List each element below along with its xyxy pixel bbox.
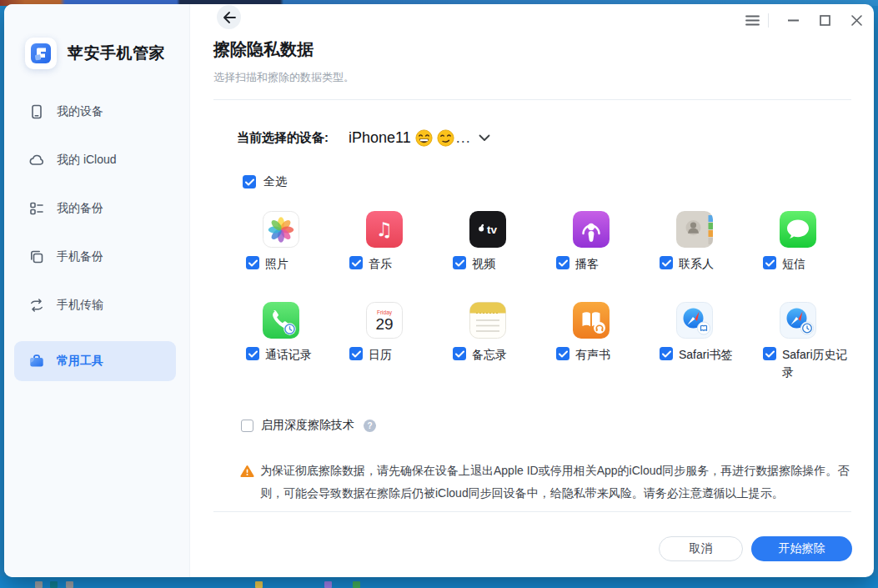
checkbox-safari-history[interactable] [763,347,776,360]
divider [213,99,851,100]
device-name-ellipsis: ... [456,129,471,147]
checkbox-audiobooks[interactable] [556,347,569,360]
checkbox-notes[interactable] [453,347,466,360]
sidebar: 苹安手机管家 我的设备我的 iCloud我的备份手机备份手机传输常用工具 [4,4,190,577]
data-type-label: 短信 [782,255,805,272]
data-type-label: Safari书签 [679,346,733,363]
data-type-safari-bookmarks: Safari书签 [654,302,757,380]
checkbox-podcasts[interactable] [556,256,569,269]
desktop-background-bottom [0,576,878,588]
device-row-label: 当前选择的设备: [237,130,329,146]
device-row: 当前选择的设备: iPhone11 ... [237,129,490,147]
app-window: 苹安手机管家 我的设备我的 iCloud我的备份手机备份手机传输常用工具 擦除隐… [4,4,874,577]
data-type-label: 通话记录 [265,346,312,363]
warning-row: 为保证彻底擦除数据，请先确保在设备上退出Apple ID或停用相关App的iCl… [240,460,850,505]
checkbox-videos[interactable] [453,256,466,269]
select-all-checkbox[interactable] [243,175,256,188]
cloud-icon [28,152,45,168]
svg-text:tv: tv [487,224,497,236]
safari-bookmarks-app-icon [676,302,713,339]
chevron-down-icon [479,134,490,142]
sidebar-item-common-tools[interactable]: 常用工具 [14,341,176,381]
grinning-face-emoji [415,129,433,147]
toolbox-icon [28,353,45,369]
photos-app-icon [263,211,299,248]
sidebar-item-my-backups[interactable]: 我的备份 [14,188,176,229]
apple-tv-app-icon: tv [469,211,506,248]
data-type-label: 播客 [575,255,599,272]
desktop-icon [35,581,43,588]
select-all-row: 全选 [243,174,287,189]
data-type-safari-history: Safari历史记录 [757,302,860,380]
app-brand: 苹安手机管家 [25,38,165,69]
data-type-label: Safari历史记录 [782,346,859,380]
data-type-videos: tv视频 [447,211,550,272]
contacts-app-icon [676,211,713,248]
app-logo-icon [25,38,57,69]
data-type-podcasts: 播客 [550,211,654,272]
data-type-label: 照片 [265,255,288,272]
checkbox-safari-bookmarks[interactable] [660,347,673,360]
divider [213,511,851,512]
page-title: 擦除隐私数据 [213,38,314,61]
data-type-grid: 照片♫音乐tv视频播客联系人短信通话记录Friday29日历备忘录有声书Safa… [240,211,860,380]
data-type-calendar: Friday29日历 [344,302,447,380]
svg-text:♫: ♫ [376,219,394,240]
audiobooks-app-icon [573,302,610,339]
data-type-label: 日历 [369,346,392,363]
desktop-icon [66,581,73,588]
warning-triangle-icon [240,465,254,478]
data-type-label: 联系人 [679,255,714,272]
checkbox-messages[interactable] [763,256,776,269]
phone-icon [28,103,45,120]
data-type-label: 视频 [472,255,495,272]
podcasts-app-icon [573,211,610,248]
desktop-icon [50,581,58,588]
start-erase-button[interactable]: 开始擦除 [751,536,852,561]
app-name: 苹安手机管家 [68,43,165,64]
music-app-icon: ♫ [366,211,403,248]
checkbox-contacts[interactable] [660,256,673,269]
checkbox-music[interactable] [349,256,363,269]
footer-buttons: 取消 开始擦除 [659,536,852,561]
main-content: 擦除隐私数据 选择扫描和擦除的数据类型。 当前选择的设备: iPhone11 [189,4,874,577]
data-type-label: 备忘录 [472,346,507,363]
backup-list-icon [28,200,45,217]
sidebar-item-my-icloud[interactable]: 我的 iCloud [14,140,176,180]
deep-erase-row: 启用深度擦除技术 ? [241,418,376,433]
safari-history-app-icon [780,302,816,339]
sidebar-item-phone-transfer[interactable]: 手机传输 [14,285,176,325]
device-selector[interactable]: iPhone11 ... [349,129,490,147]
copy-icon [28,249,45,265]
data-type-notes: 备忘录 [447,302,550,380]
notes-app-icon [469,302,506,339]
deep-erase-label: 启用深度擦除技术 [261,418,354,433]
data-type-label: 有声书 [575,346,610,363]
smirking-face-emoji [437,129,454,147]
checkbox-call-history[interactable] [246,347,259,360]
deep-erase-checkbox[interactable] [241,420,253,432]
warning-text: 为保证彻底擦除数据，请先确保在设备上退出Apple ID或停用相关App的iCl… [260,460,850,505]
checkbox-calendar[interactable] [349,347,363,360]
call-history-app-icon [263,302,299,339]
data-type-contacts: 联系人 [654,211,757,272]
transfer-arrows-icon [28,297,45,314]
svg-text:29: 29 [375,315,393,333]
data-type-messages: 短信 [757,211,860,272]
data-type-call-history: 通话记录 [240,302,344,380]
calendar-app-icon: Friday29 [366,302,403,339]
sidebar-item-my-devices[interactable]: 我的设备 [14,92,176,132]
sidebar-item-phone-backup[interactable]: 手机备份 [14,237,176,277]
device-name: iPhone11 [349,129,411,147]
desktop-icon [255,581,263,588]
data-type-label: 音乐 [369,255,392,272]
data-type-audiobooks: 有声书 [550,302,654,380]
desktop-icon [324,581,332,588]
checkbox-photos[interactable] [246,256,259,269]
desktop-icon [353,581,360,588]
page-subtitle: 选择扫描和擦除的数据类型。 [213,70,354,85]
select-all-label: 全选 [263,174,287,189]
help-icon[interactable]: ? [364,420,376,432]
cancel-button[interactable]: 取消 [659,536,743,561]
messages-app-icon [780,211,816,248]
